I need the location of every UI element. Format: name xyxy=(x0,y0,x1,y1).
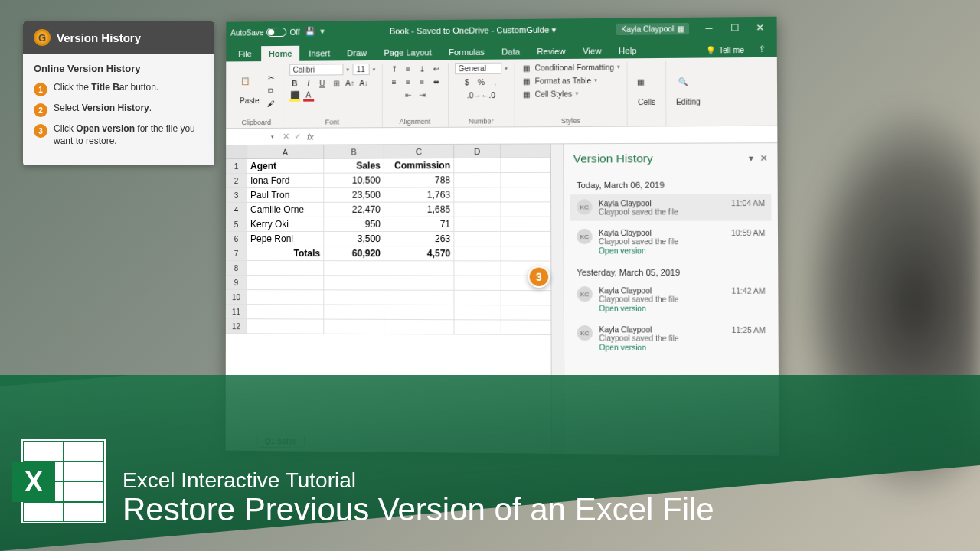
cell[interactable]: 3,500 xyxy=(324,232,384,246)
cell[interactable]: Kerry Oki xyxy=(247,217,324,231)
format-painter-button[interactable]: 🖌 xyxy=(266,98,276,109)
cell[interactable] xyxy=(454,305,501,319)
tell-me-search[interactable]: 💡 Tell me xyxy=(700,43,750,58)
cell[interactable]: Paul Tron xyxy=(247,188,324,202)
align-left-icon[interactable]: ≡ xyxy=(388,77,399,87)
row-header[interactable]: 3 xyxy=(226,188,247,202)
row-header[interactable]: 11 xyxy=(226,305,247,318)
cancel-formula-icon[interactable]: ✕ xyxy=(283,132,289,142)
version-history-item[interactable]: KCKayla ClaypoolClaypool saved the fileO… xyxy=(570,321,772,357)
cell[interactable] xyxy=(454,217,501,231)
format-as-table-button[interactable]: ▦Format as Table▾ xyxy=(521,75,597,86)
cell[interactable] xyxy=(324,261,384,275)
col-header-d[interactable]: D xyxy=(454,145,501,158)
col-header-b[interactable]: B xyxy=(324,145,384,158)
cell[interactable] xyxy=(454,232,501,246)
cell[interactable] xyxy=(454,158,501,172)
cell[interactable] xyxy=(384,305,454,320)
version-history-item[interactable]: KCKayla ClaypoolClaypool saved the fileO… xyxy=(570,224,772,260)
user-account-chip[interactable]: Kayla Claypool ▦ xyxy=(616,22,689,34)
enter-formula-icon[interactable]: ✓ xyxy=(294,132,301,142)
row-header[interactable]: 4 xyxy=(226,203,247,217)
save-icon[interactable]: 💾 xyxy=(305,27,315,37)
ribbon-tab-help[interactable]: Help xyxy=(611,43,645,59)
fx-icon[interactable]: fx xyxy=(304,132,317,141)
name-box[interactable]: ▾ xyxy=(226,133,279,139)
close-pane-icon[interactable]: ✕ xyxy=(760,152,768,163)
fill-color-button[interactable]: ⬛ xyxy=(289,91,300,102)
row-header[interactable]: 6 xyxy=(226,232,247,246)
cell-styles-button[interactable]: ▦Cell Styles▾ xyxy=(521,88,578,99)
ribbon-tab-insert[interactable]: Insert xyxy=(301,45,338,60)
increase-indent-icon[interactable]: ⇥ xyxy=(416,90,427,100)
version-history-item[interactable]: KCKayla ClaypoolClaypool saved the file1… xyxy=(570,194,772,221)
cell[interactable] xyxy=(454,291,501,305)
cell[interactable]: 60,920 xyxy=(324,246,384,260)
ribbon-tab-formulas[interactable]: Formulas xyxy=(441,44,492,60)
doc-title[interactable]: Book - Saved to OneDrive - CustomGuide ▾ xyxy=(331,24,616,37)
align-center-icon[interactable]: ≡ xyxy=(403,77,413,87)
merge-center-icon[interactable]: ⬌ xyxy=(430,76,441,86)
cell[interactable]: 4,570 xyxy=(384,246,454,260)
cell[interactable] xyxy=(247,319,324,333)
cell[interactable]: 788 xyxy=(384,173,454,187)
cell[interactable] xyxy=(454,246,501,260)
cell[interactable]: 71 xyxy=(384,217,454,231)
increase-decimal-icon[interactable]: .0→ xyxy=(469,90,479,100)
open-version-link[interactable]: Open version xyxy=(599,343,725,352)
cell[interactable] xyxy=(247,305,324,318)
cell[interactable] xyxy=(247,290,324,304)
ribbon-tab-view[interactable]: View xyxy=(575,43,609,59)
row-header[interactable]: 2 xyxy=(226,174,247,187)
cell[interactable]: 22,470 xyxy=(324,203,384,217)
cell[interactable]: Iona Ford xyxy=(247,174,324,187)
paste-button[interactable]: 📋 Paste xyxy=(237,75,263,106)
cell[interactable] xyxy=(454,173,501,187)
font-size-dropdown[interactable]: 11 xyxy=(352,64,369,75)
decrease-font-icon[interactable]: A↓ xyxy=(358,77,369,88)
pane-menu-icon[interactable]: ▾ xyxy=(749,152,753,163)
border-button[interactable]: ⊞ xyxy=(331,77,341,88)
cell[interactable]: 23,500 xyxy=(324,188,384,202)
row-header[interactable]: 10 xyxy=(226,290,247,304)
open-version-link[interactable]: Open version xyxy=(599,246,725,255)
cell[interactable] xyxy=(384,261,454,275)
align-middle-icon[interactable]: ≡ xyxy=(403,64,413,74)
open-version-link[interactable]: Open version xyxy=(599,305,725,314)
close-button[interactable]: ✕ xyxy=(748,19,772,37)
number-format-dropdown[interactable]: General xyxy=(455,63,501,75)
bold-button[interactable]: B xyxy=(289,78,300,89)
cell[interactable]: 263 xyxy=(384,232,454,246)
cell[interactable] xyxy=(384,276,454,289)
cell[interactable]: 1,685 xyxy=(384,203,454,217)
conditional-formatting-button[interactable]: ▦Conditional Formatting▾ xyxy=(521,61,620,73)
cell[interactable] xyxy=(384,320,454,334)
cell[interactable] xyxy=(454,202,501,216)
version-history-item[interactable]: KCKayla ClaypoolClaypool saved the fileO… xyxy=(570,282,772,318)
cell[interactable] xyxy=(247,276,324,289)
cell[interactable]: 950 xyxy=(324,217,384,231)
cell[interactable]: Commission xyxy=(384,158,454,172)
autosave-toggle[interactable]: AutoSave Off xyxy=(230,28,299,37)
cut-button[interactable]: ✂ xyxy=(266,72,276,83)
row-header[interactable]: 8 xyxy=(226,261,247,275)
align-right-icon[interactable]: ≡ xyxy=(416,77,427,87)
align-top-icon[interactable]: ⤒ xyxy=(388,64,399,74)
col-header-a[interactable]: A xyxy=(247,145,324,158)
cell[interactable]: 10,500 xyxy=(324,173,384,187)
toggle-switch-icon[interactable] xyxy=(267,28,287,37)
editing-button[interactable]: 🔍 Editing xyxy=(673,76,704,108)
currency-icon[interactable]: $ xyxy=(462,77,472,87)
cell[interactable]: Camille Orne xyxy=(247,203,324,217)
row-header[interactable]: 12 xyxy=(226,319,247,333)
percent-icon[interactable]: % xyxy=(475,77,486,87)
cell[interactable]: 1,763 xyxy=(384,187,454,201)
maximize-button[interactable]: ☐ xyxy=(723,19,746,37)
row-header[interactable]: 5 xyxy=(226,217,247,231)
select-all-corner[interactable] xyxy=(226,145,247,158)
share-button[interactable]: ⇪ xyxy=(752,41,772,57)
cell[interactable] xyxy=(454,261,501,275)
copy-button[interactable]: ⧉ xyxy=(266,85,276,96)
wrap-text-icon[interactable]: ↩ xyxy=(430,63,441,73)
cell[interactable]: Sales xyxy=(324,158,384,172)
